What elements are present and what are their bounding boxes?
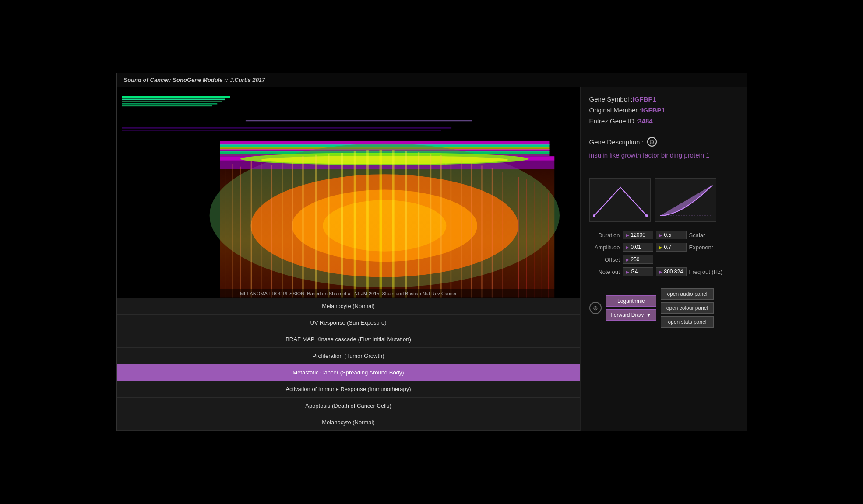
note-out-row: Note out ▶ G4 ▶ 800.824 Freq out (Hz) bbox=[589, 267, 738, 276]
exponent-input[interactable]: ▶ 0.7 bbox=[656, 243, 687, 252]
freq-out-value: 800.824 bbox=[664, 269, 683, 275]
svg-rect-5 bbox=[122, 96, 230, 98]
track-item-5[interactable]: Metastatic Cancer (Spreading Around Body… bbox=[117, 364, 580, 381]
svg-rect-30 bbox=[232, 164, 233, 298]
note-out-input[interactable]: ▶ G4 bbox=[623, 267, 653, 276]
spectrogram-caption: MELANOMA PROGRESSION: Based on Shain et … bbox=[117, 289, 580, 298]
gene-entrez-value: 3484 bbox=[638, 117, 652, 125]
svg-rect-47 bbox=[430, 154, 431, 298]
svg-rect-60 bbox=[548, 192, 549, 298]
svg-rect-31 bbox=[240, 167, 241, 298]
svg-rect-48 bbox=[440, 155, 442, 298]
track-item-2[interactable]: UV Response (Sun Exposure) bbox=[117, 315, 580, 331]
svg-rect-34 bbox=[271, 165, 272, 298]
freq-out-arrow: ▶ bbox=[659, 270, 662, 274]
svg-rect-55 bbox=[511, 174, 511, 298]
gene-symbol-row: Gene Symbol : IGFBP1 bbox=[589, 95, 738, 103]
duration-label: Duration bbox=[589, 232, 620, 238]
amplitude-row: Amplitude ▶ 0.01 ▶ 0.7 Exponent bbox=[589, 243, 738, 252]
svg-rect-39 bbox=[328, 154, 329, 298]
forward-draw-arrow: ▼ bbox=[646, 312, 652, 318]
gene-description-label-row: Gene Description : ⊕ bbox=[589, 137, 738, 147]
scalar-label: Scalar bbox=[689, 232, 705, 238]
forward-draw-select[interactable]: Forward Draw ▼ bbox=[606, 309, 656, 321]
offset-row: Offset ▶ 250 bbox=[589, 255, 738, 264]
waveform-triangle-box bbox=[589, 178, 651, 222]
visualization-area: MELANOMA PROGRESSION: Based on Shain et … bbox=[117, 87, 580, 298]
svg-rect-46 bbox=[418, 152, 419, 298]
gene-info: Gene Symbol : IGFBP1 Original Member : I… bbox=[589, 95, 738, 128]
svg-rect-45 bbox=[405, 151, 407, 298]
amplitude-value: 0.01 bbox=[631, 244, 641, 250]
svg-rect-44 bbox=[392, 150, 394, 298]
waveform-triangle-svg bbox=[590, 178, 651, 222]
offset-label: Offset bbox=[589, 256, 620, 263]
svg-rect-53 bbox=[491, 168, 492, 298]
svg-point-63 bbox=[593, 214, 595, 217]
duration-value: 12000 bbox=[631, 232, 645, 238]
svg-rect-59 bbox=[541, 187, 542, 298]
waveform-row bbox=[589, 178, 738, 222]
svg-rect-49 bbox=[450, 158, 451, 298]
gene-member-label: Original Member : bbox=[589, 106, 641, 114]
exponent-label: Exponent bbox=[689, 244, 713, 251]
note-out-arrow: ▶ bbox=[626, 270, 629, 274]
offset-input[interactable]: ▶ 250 bbox=[623, 255, 653, 264]
svg-rect-50 bbox=[461, 161, 461, 298]
track-item-6[interactable]: Activation of Immune Response (Immunothe… bbox=[117, 381, 580, 398]
track-item-3[interactable]: BRAF MAP Kinase cascade (First Initial M… bbox=[117, 331, 580, 348]
open-stats-panel-button[interactable]: open stats panel bbox=[661, 316, 714, 328]
gene-member-value: IGFBP1 bbox=[641, 106, 665, 114]
right-panel: Gene Symbol : IGFBP1 Original Member : I… bbox=[580, 87, 747, 431]
duration-arrow: ▶ bbox=[626, 233, 629, 238]
svg-rect-35 bbox=[282, 159, 282, 298]
open-audio-panel-button[interactable]: open audio panel bbox=[661, 288, 714, 300]
scalar-input[interactable]: ▶ 0.5 bbox=[656, 231, 687, 239]
svg-rect-32 bbox=[250, 161, 251, 298]
gene-description-label-text: Gene Description : bbox=[589, 138, 644, 146]
svg-rect-52 bbox=[481, 165, 482, 298]
logarithmic-button[interactable]: Logarithmic bbox=[606, 295, 656, 307]
waveform-curve-svg bbox=[655, 178, 716, 222]
svg-rect-62 bbox=[590, 178, 651, 222]
svg-rect-40 bbox=[341, 153, 343, 298]
spectrogram bbox=[117, 87, 580, 298]
svg-point-28 bbox=[261, 156, 508, 164]
svg-rect-9 bbox=[122, 105, 212, 106]
track-item-7[interactable]: Apoptosis (Death of Cancer Cells) bbox=[117, 398, 580, 414]
note-out-value: G4 bbox=[631, 269, 638, 275]
exponent-arrow: ▶ bbox=[659, 245, 662, 250]
amplitude-label: Amplitude bbox=[589, 244, 620, 251]
freq-out-input[interactable]: ▶ 800.824 bbox=[656, 267, 687, 276]
globe-small-icon[interactable]: ⊕ bbox=[589, 302, 602, 314]
svg-rect-57 bbox=[526, 179, 526, 298]
duration-row: Duration ▶ 12000 ▶ 0.5 Scalar bbox=[589, 231, 738, 239]
svg-rect-58 bbox=[534, 182, 534, 298]
track-list: Melanocyte (Normal)UV Response (Sun Expo… bbox=[117, 298, 580, 431]
track-item-1[interactable]: Melanocyte (Normal) bbox=[117, 298, 580, 315]
gene-symbol-value: IGFBP1 bbox=[633, 95, 656, 103]
app-title: Sound of Cancer: SonoGene Module :: J.Cu… bbox=[117, 73, 747, 87]
open-colour-panel-button[interactable]: open colour panel bbox=[661, 302, 714, 314]
svg-rect-8 bbox=[122, 103, 217, 104]
track-item-4[interactable]: Proliferation (Tumor Growth) bbox=[117, 348, 580, 364]
svg-rect-12 bbox=[122, 130, 441, 131]
svg-rect-51 bbox=[471, 163, 472, 298]
svg-rect-11 bbox=[122, 127, 451, 129]
amplitude-input[interactable]: ▶ 0.01 bbox=[623, 243, 653, 252]
svg-rect-37 bbox=[302, 156, 304, 298]
controls-section: Duration ▶ 12000 ▶ 0.5 Scalar Amplitude bbox=[589, 231, 738, 280]
globe-icon[interactable]: ⊕ bbox=[647, 137, 657, 147]
scalar-value: 0.5 bbox=[664, 232, 672, 238]
forward-draw-label: Forward Draw bbox=[611, 312, 644, 318]
freq-out-label: Freq out (Hz) bbox=[689, 269, 723, 275]
duration-input[interactable]: ▶ 12000 bbox=[623, 231, 653, 239]
svg-rect-38 bbox=[315, 155, 317, 298]
svg-rect-42 bbox=[366, 150, 369, 298]
bottom-controls: ⊕ Logarithmic Forward Draw ▼ open audio … bbox=[589, 288, 738, 328]
svg-rect-6 bbox=[122, 99, 225, 101]
track-item-8[interactable]: Melanocyte (Normal) bbox=[117, 414, 580, 431]
exponent-value: 0.7 bbox=[664, 244, 672, 250]
gene-description-text: insulin like growth factor binding prote… bbox=[589, 150, 738, 161]
svg-rect-41 bbox=[353, 151, 356, 298]
